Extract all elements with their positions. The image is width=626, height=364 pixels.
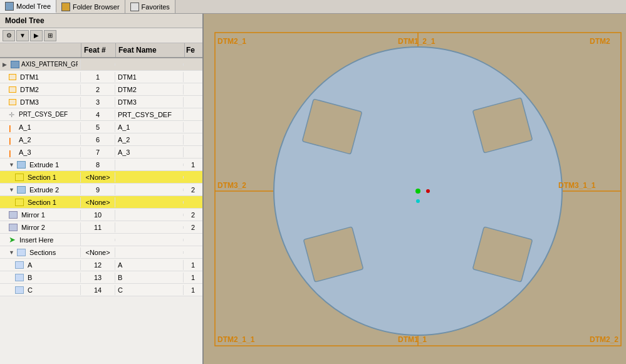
row-extra-sec-b: 1: [184, 273, 202, 283]
toolbar-btn-1[interactable]: ⚙: [3, 30, 15, 41]
row-featnum-section1b: <None>: [81, 197, 115, 207]
label-extrude2: Extrude 2: [29, 186, 59, 194]
tree-row-section1b[interactable]: Section 1 <None>: [0, 196, 202, 209]
tree-row-a3[interactable]: | A_3 7 A_3: [0, 146, 202, 159]
row-featname-a3: A_3: [115, 147, 184, 157]
tree-row-extrude2[interactable]: ▼ Extrude 2 9 2: [0, 184, 202, 196]
row-name-dtm2: DTM2: [0, 85, 81, 95]
sections-folder-icon: [17, 249, 26, 256]
row-extra-a2: [184, 138, 202, 141]
tree-row-sec-a[interactable]: A 12 A 1: [0, 259, 202, 271]
row-featname-dtm2: DTM2: [115, 85, 184, 95]
root-icon: [11, 61, 19, 68]
row-extra-dtm2: [184, 88, 202, 91]
label-dtm2-1-1: DTM2_1_1: [217, 335, 255, 344]
tree-row-csys[interactable]: ✛ PRT_CSYS_DEF 4 PRT_CSYS_DEF: [0, 108, 202, 121]
label-dtm1: DTM1: [20, 73, 39, 81]
row-extra-extrude2: 2: [184, 185, 202, 195]
tree-row-sections[interactable]: ▼ Sections <None>: [0, 246, 202, 259]
row-featname-sec-b: B: [115, 273, 184, 283]
section-item-icon-c: [15, 286, 24, 294]
viewport[interactable]: DTM2_1 DTM1_2_1 DTM2 DTM3_2 DTM3_1_1 DTM…: [204, 14, 626, 364]
row-name-section1b: Section 1: [0, 197, 81, 207]
tree-row-root[interactable]: ▶ AXIS_PATTERN_GRP.PF: [0, 58, 202, 71]
row-name-a1: | A_1: [0, 122, 81, 132]
col-header-name: [0, 43, 81, 57]
row-name-extrude2: ▼ Extrude 2: [0, 185, 81, 195]
row-featname-insert-here: [115, 239, 184, 241]
row-featname-mirror1: [115, 214, 184, 216]
tab-favorites[interactable]: Favorites: [125, 0, 175, 13]
row-featname-mirror2: [115, 226, 184, 229]
row-featname-dtm1: DTM1: [115, 72, 184, 82]
expand-icon-extrude1[interactable]: ▼: [9, 162, 15, 168]
label-sec-b: B: [28, 274, 32, 281]
tree-table[interactable]: Feat # Feat Name Fe ▶ AXIS_PATTERN_GRP.P…: [0, 43, 202, 364]
tree-row-dtm3[interactable]: DTM3 3 DTM3: [0, 96, 202, 108]
toolbar-btn-3[interactable]: ▶: [30, 30, 43, 41]
main-area: Model Tree ⚙ ▼ ▶ ⊞ Feat # Feat Name Fe ▶: [0, 14, 626, 364]
tree-row-extrude1[interactable]: ▼ Extrude 1 8 1: [0, 159, 202, 171]
row-extra-extrude1: 1: [184, 160, 202, 170]
row-featname-sections: [115, 251, 184, 254]
tab-folder-browser[interactable]: Folder Browser: [56, 0, 125, 13]
tab-model-tree[interactable]: Model Tree: [0, 0, 56, 13]
row-featnum-sec-b: 13: [81, 273, 115, 283]
row-featname-extrude2: [115, 189, 184, 191]
tree-row-dtm1[interactable]: DTM1 1 DTM1: [0, 71, 202, 83]
tree-row-mirror1[interactable]: Mirror 1 10 2: [0, 209, 202, 221]
insert-here-icon: ➤: [9, 235, 16, 244]
row-featnum-root: [81, 63, 115, 66]
tree-row-section1a[interactable]: Section 1 <None>: [0, 171, 202, 184]
label-dtm3: DTM3: [20, 98, 39, 106]
row-featname-section1b: [115, 201, 184, 204]
label-insert-here: Insert Here: [19, 236, 53, 244]
section-icon-1a: [15, 174, 24, 181]
expand-icon-root[interactable]: ▶: [3, 61, 9, 68]
row-name-sections: ▼ Sections: [0, 247, 81, 257]
tree-row-sec-b[interactable]: B 13 B 1: [0, 271, 202, 284]
row-name-insert-here: ➤ Insert Here: [0, 234, 81, 246]
tree-row-a1[interactable]: | A_1 5 A_1: [0, 121, 202, 133]
axis-icon-a2: |: [9, 136, 15, 143]
tree-row-dtm2[interactable]: DTM2 2 DTM2: [0, 83, 202, 96]
label-dtm2-top: DTM2: [590, 37, 610, 46]
expand-icon-extrude2[interactable]: ▼: [9, 187, 15, 193]
toolbar-btn-2[interactable]: ▼: [16, 30, 29, 41]
row-extra-mirror1: 2: [184, 210, 202, 220]
row-name-a3: | A_3: [0, 147, 81, 157]
plane-icon-dtm3: [9, 99, 16, 105]
label-dtm3-1-1: DTM3_1_1: [558, 181, 596, 190]
row-extra-root: [184, 63, 202, 66]
row-name-root: ▶ AXIS_PATTERN_GRP.PF: [0, 60, 81, 70]
row-name-a2: | A_2: [0, 135, 81, 145]
row-name-extrude1: ▼ Extrude 1: [0, 160, 81, 170]
svg-point-9: [415, 189, 420, 194]
row-featnum-dtm2: 2: [81, 85, 115, 95]
plane-icon-dtm2: [9, 86, 16, 93]
tree-row-sec-c[interactable]: C 14 C 1: [0, 284, 202, 296]
model-tree-icon: [5, 2, 14, 11]
tree-row-insert-here[interactable]: ➤ Insert Here: [0, 234, 202, 246]
row-extra-csys: [184, 113, 202, 116]
label-dtm1-1: DTM1_1: [398, 335, 427, 344]
tree-row-a2[interactable]: | A_2 6 A_2: [0, 133, 202, 146]
toolbar-btn-4[interactable]: ⊞: [44, 30, 56, 41]
mirror-icon-1: [9, 211, 18, 219]
row-extra-sec-c: 1: [184, 285, 202, 295]
row-name-dtm3: DTM3: [0, 97, 81, 107]
expand-icon-sections[interactable]: ▼: [9, 249, 15, 256]
row-extra-a3: [184, 151, 202, 153]
row-featnum-insert-here: [81, 239, 115, 241]
panel-header: Model Tree: [0, 14, 202, 28]
row-featnum-section1a: <None>: [81, 172, 115, 182]
tree-row-mirror2[interactable]: Mirror 2 11 2: [0, 221, 202, 234]
row-name-mirror2: Mirror 2: [0, 222, 81, 232]
row-featnum-dtm1: 1: [81, 72, 115, 82]
label-mirror2: Mirror 2: [21, 224, 45, 231]
row-name-mirror1: Mirror 1: [0, 210, 81, 220]
left-panel: Model Tree ⚙ ▼ ▶ ⊞ Feat # Feat Name Fe ▶: [0, 14, 204, 364]
favorites-icon: [130, 3, 139, 11]
viewport-svg: DTM2_1 DTM1_2_1 DTM2 DTM3_2 DTM3_1_1 DTM…: [204, 14, 626, 364]
row-extra-mirror2: 2: [184, 222, 202, 232]
